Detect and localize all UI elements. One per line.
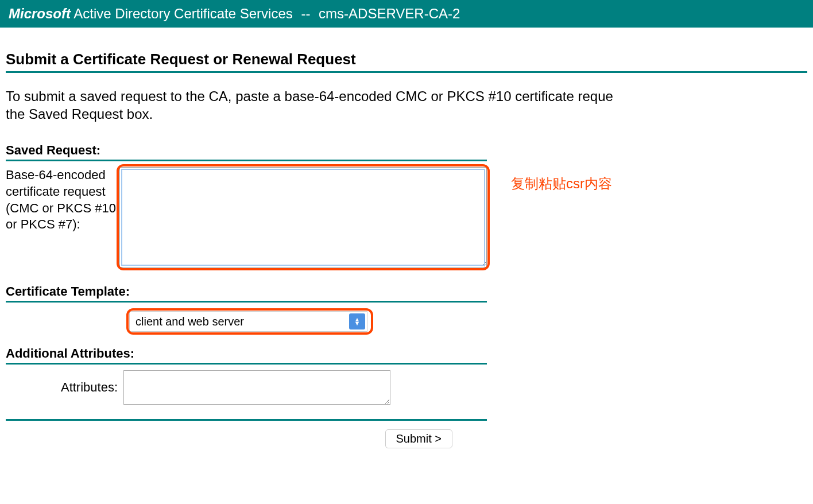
attributes-section: Additional Attributes: Attributes: xyxy=(6,346,487,405)
header-bar: Microsoft Active Directory Certificate S… xyxy=(0,0,813,28)
attributes-rule xyxy=(6,363,487,365)
template-select[interactable]: client and web server xyxy=(129,311,367,332)
csr-annotation: 复制粘贴csr内容 xyxy=(511,175,612,193)
title-rule xyxy=(6,71,807,73)
csr-textarea[interactable] xyxy=(119,167,487,267)
saved-request-rule xyxy=(6,160,487,161)
attributes-title: Additional Attributes: xyxy=(6,346,487,361)
template-title: Certificate Template: xyxy=(6,284,487,299)
instructions-text: To submit a saved request to the CA, pas… xyxy=(6,87,807,123)
template-rule xyxy=(6,301,487,303)
template-section: Certificate Template: client and web ser… xyxy=(6,284,487,332)
saved-request-title: Saved Request: xyxy=(6,143,487,158)
content-area: Submit a Certificate Request or Renewal … xyxy=(0,28,813,457)
header-separator: -- xyxy=(301,6,310,21)
saved-request-section: Saved Request: Base-64-encoded certifica… xyxy=(6,143,487,270)
csr-label: Base-64-encoded certificate request (CMC… xyxy=(6,167,119,232)
ca-name: cms-ADSERVER-CA-2 xyxy=(319,6,460,21)
attributes-label: Attributes: xyxy=(6,379,123,396)
service-text: Active Directory Certificate Services xyxy=(73,6,292,21)
bottom-rule xyxy=(6,419,487,421)
submit-button[interactable]: Submit > xyxy=(385,429,452,448)
submit-row: Submit > xyxy=(6,429,487,448)
page-title: Submit a Certificate Request or Renewal … xyxy=(6,51,807,68)
brand-text: Microsoft xyxy=(9,6,71,21)
attributes-textarea[interactable] xyxy=(123,370,390,405)
